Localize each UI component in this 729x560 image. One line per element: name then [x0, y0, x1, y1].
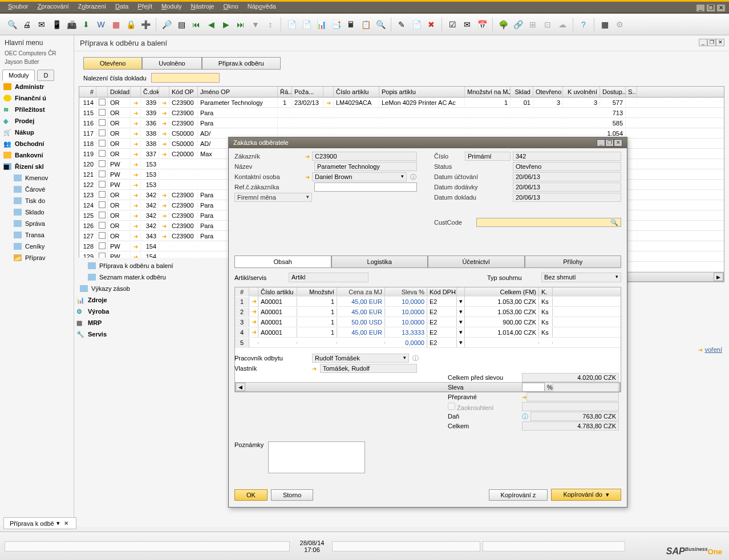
order-ok-button[interactable]: OK	[234, 489, 268, 501]
sales-info-icon[interactable]: ⓘ	[412, 354, 419, 363]
line-scroll-left[interactable]: ◀	[236, 383, 245, 391]
menu-zobrazeni[interactable]: Zobrazení	[75, 3, 110, 11]
cal-icon[interactable]: 📅	[476, 18, 488, 31]
nav-sprava[interactable]: Správa	[0, 218, 74, 229]
contact-link-icon[interactable]: ➜	[305, 174, 310, 180]
currency-select[interactable]: Firemní měna	[234, 193, 312, 202]
line-item-row[interactable]: 50,0000E2▾	[235, 338, 621, 348]
add-icon[interactable]: 📄	[410, 18, 423, 31]
menu-moduly[interactable]: Moduly	[158, 3, 185, 11]
tab-ucetnictvi[interactable]: Účetnictví	[428, 255, 525, 267]
help-icon[interactable]: ?	[577, 18, 590, 31]
doc3-icon[interactable]: 📑	[330, 18, 342, 31]
map-icon[interactable]: ⊡	[541, 18, 554, 31]
subwin-minimize[interactable]: _	[597, 139, 605, 147]
msg-icon[interactable]: ✉	[461, 18, 473, 31]
nav-rizeni-skladu[interactable]: ▦Řízení skl	[0, 161, 74, 172]
menu-napoveda[interactable]: Nápověda	[244, 3, 280, 11]
doc-restore[interactable]: ❐	[707, 39, 716, 46]
menu-nastroje[interactable]: Nástroje	[188, 3, 218, 11]
nav-prilezitost[interactable]: ≋Příležitost	[0, 104, 74, 115]
contact-info-icon[interactable]: ⓘ	[409, 173, 417, 181]
nav-bankovni[interactable]: Bankovní	[0, 149, 74, 161]
word-icon[interactable]: W	[95, 18, 107, 31]
nav-finance[interactable]: Finanční ú	[0, 92, 74, 104]
rounding-checkbox[interactable]	[448, 403, 455, 410]
shipping-link-icon[interactable]: ➜	[522, 394, 526, 400]
contact-field[interactable]: Daniel Brown	[312, 172, 407, 181]
customer-field[interactable]: C23900	[312, 152, 417, 161]
nav-administrace[interactable]: Administr	[0, 81, 74, 92]
menu-okno[interactable]: Okno	[220, 3, 241, 11]
tab-uvolneno[interactable]: Uvolněno	[142, 57, 201, 70]
lock-icon[interactable]: 🔒	[124, 18, 137, 31]
line-item-row[interactable]: 4➜A00001145,00 EUR13,3333E2▾1.014,00 CZK…	[235, 327, 621, 338]
doc-close[interactable]: ✕	[716, 39, 724, 46]
restore-button[interactable]: ❐	[706, 4, 715, 12]
menu-zpracovani[interactable]: Zpracování	[34, 3, 72, 11]
close-tab-icon[interactable]: ✕	[62, 520, 70, 526]
print-icon[interactable]: 🖨	[21, 18, 33, 31]
link-icon[interactable]: 🔗	[512, 18, 524, 31]
owner-field[interactable]: Tomášek, Rudolf	[320, 364, 417, 373]
series-field[interactable]: Primární	[465, 152, 511, 161]
delivery-date[interactable]: 20/06/13	[513, 182, 621, 192]
copy-to-button[interactable]: Kopírování do ▾	[551, 489, 621, 501]
tab-obsah[interactable]: Obsah	[234, 255, 331, 267]
customer-link-icon[interactable]: ➜	[305, 153, 310, 160]
tab-otevreno[interactable]: Otevřeno	[83, 57, 142, 70]
discount-input[interactable]	[522, 383, 545, 392]
owner-link-icon[interactable]: ➜	[312, 366, 317, 372]
calc-icon[interactable]: 🖩	[345, 18, 357, 31]
subwin-close[interactable]: ✕	[614, 139, 622, 147]
tab-priprav[interactable]: Připrav.k odběru	[202, 57, 281, 70]
tax-info-icon[interactable]: ⓘ	[522, 412, 528, 421]
excel-icon[interactable]: ⬇	[80, 18, 92, 31]
custcode-input[interactable]: 🔍	[476, 218, 621, 227]
find-input[interactable]	[151, 73, 220, 83]
nav-carove[interactable]: Čárové	[0, 184, 74, 195]
nav-ceniky[interactable]: Ceníky	[0, 241, 74, 252]
nav-kmenova[interactable]: Kmenov	[0, 172, 74, 184]
settings-icon[interactable]: ⚙	[613, 18, 626, 31]
doc-minimize[interactable]: _	[699, 39, 707, 46]
tab-d[interactable]: D	[37, 70, 54, 81]
menu-prejit[interactable]: Přejít	[134, 3, 156, 11]
find-icon[interactable]: 🔎	[160, 18, 173, 31]
nav-sklado[interactable]: Sklado	[0, 206, 74, 218]
add-doc-icon[interactable]: ➕	[139, 18, 152, 31]
cloud-icon[interactable]: ☁	[556, 18, 569, 31]
tab-moduly[interactable]: Moduly	[2, 70, 35, 81]
nav-obchodni[interactable]: 👥Obchodní	[0, 138, 74, 149]
relations-icon[interactable]: ⊞	[526, 18, 539, 31]
doc-date[interactable]: 20/06/13	[513, 193, 621, 202]
open-window-tab[interactable]: Příprava k odbě▾✕	[3, 517, 76, 529]
subwin-restore[interactable]: ❐	[605, 139, 614, 147]
item-type[interactable]: Artikl	[289, 273, 368, 282]
sort-icon[interactable]: ↕	[264, 18, 277, 31]
pdf-icon[interactable]: ▦	[110, 18, 122, 31]
table-row[interactable]: 115OR339C23900Para713	[79, 108, 724, 118]
edit-icon[interactable]: ✎	[395, 18, 408, 31]
nav-transa[interactable]: Transa	[0, 229, 74, 241]
nav-prodej[interactable]: ◈Prodej	[0, 115, 74, 127]
last-icon[interactable]: ⏭	[234, 18, 247, 31]
report-icon[interactable]: 📋	[359, 18, 372, 31]
sms-icon[interactable]: 📱	[50, 18, 63, 31]
line-item-row[interactable]: 3➜A00001150,00 USD10,0000E2▾900,00 CZKKs	[235, 317, 621, 327]
posting-date[interactable]: 20/06/13	[513, 172, 621, 181]
order-storno-button[interactable]: Storno	[271, 489, 313, 501]
first-icon[interactable]: ⏮	[190, 18, 202, 31]
table-row[interactable]: 114OR339C23900Parameter Technology123/02…	[79, 98, 724, 108]
cancel-icon[interactable]: ✖	[425, 18, 438, 31]
nav-tisk[interactable]: Tisk do	[0, 195, 74, 206]
line-item-row[interactable]: 2➜A00001145,00 EUR10,0000E2▾1.053,00 CZK…	[235, 307, 621, 317]
nav-priprav[interactable]: 📂Příprav	[0, 252, 74, 263]
filter-icon[interactable]: ▼	[249, 18, 262, 31]
table-row[interactable]: 116OR336C23900Para585	[79, 118, 724, 128]
summary-type[interactable]: Bez shrnutí	[541, 273, 621, 282]
task-icon[interactable]: ☑	[446, 18, 459, 31]
ref-field[interactable]	[314, 182, 417, 192]
tree-icon[interactable]: 🌳	[497, 18, 509, 31]
copy-from-button[interactable]: Kopírování z	[489, 489, 548, 501]
